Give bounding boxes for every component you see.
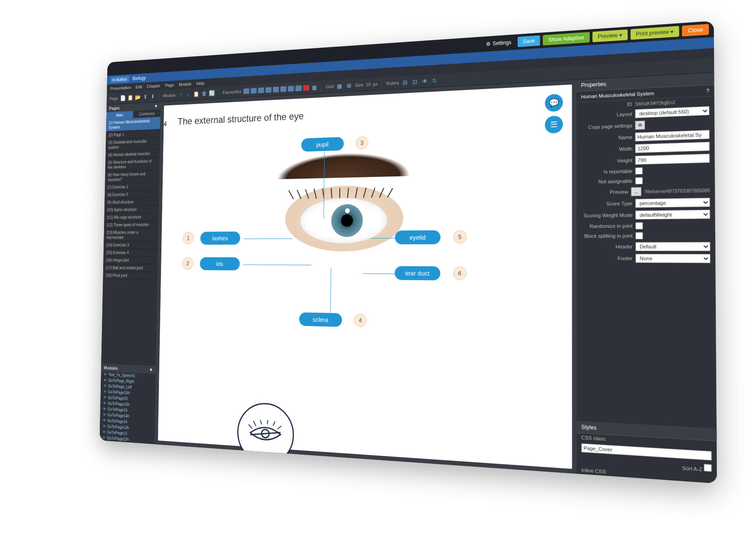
snap-icon[interactable]: ⊞: [345, 82, 352, 89]
label-eyelid[interactable]: eyelid: [395, 230, 441, 244]
save-button[interactable]: Save: [518, 35, 540, 47]
block-split-checkbox[interactable]: [635, 232, 643, 239]
fav-slot-8[interactable]: [295, 85, 302, 91]
tool-module-delete-icon[interactable]: 🗑: [201, 90, 208, 97]
page-item[interactable]: (12) Three types of muscles: [104, 221, 159, 229]
toolbar-page-label: Page: [109, 96, 118, 101]
prop-width-label: Width: [581, 146, 632, 153]
preview-button[interactable]: Preview ▾: [592, 30, 627, 42]
fav-slot-9[interactable]: [303, 85, 309, 90]
num-3[interactable]: 3: [356, 136, 369, 150]
fav-slot-1[interactable]: [243, 88, 249, 94]
fav-slot-5[interactable]: [273, 87, 279, 92]
menu-module[interactable]: Module: [179, 82, 192, 87]
randomize-checkbox[interactable]: [635, 222, 643, 229]
prop-block-split-label: Block splitting in print: [581, 233, 633, 239]
toolbar-grid-label: Grid: [326, 84, 334, 89]
preview-browse-button[interactable]: ...: [631, 187, 642, 196]
ruler-eye-icon[interactable]: 👁: [421, 77, 429, 85]
eye-icon: 👁: [102, 435, 106, 440]
header-select[interactable]: Default: [635, 242, 710, 251]
eye-icon: 👁: [103, 384, 107, 388]
score-type-select[interactable]: percentage: [635, 198, 710, 208]
grid-toggle-icon[interactable]: ▦: [336, 82, 343, 90]
prop-reportable-label: Is reportable: [581, 169, 632, 175]
label-tear-duct[interactable]: tear duct: [394, 266, 440, 280]
sort-checkbox[interactable]: [704, 464, 711, 472]
tool-page-down-icon[interactable]: ⬇: [150, 92, 156, 99]
eye-icon: 👁: [103, 395, 107, 400]
toolbar-module-label: Module: [163, 92, 176, 98]
page-item[interactable]: (17) Ball and socket joint: [103, 264, 158, 272]
page-item[interactable]: (18) Pivot joint: [103, 272, 157, 280]
menu-edit[interactable]: Edit: [136, 85, 142, 90]
settings-button[interactable]: ⚙Settings: [486, 40, 511, 47]
reportable-checkbox[interactable]: [635, 167, 643, 175]
page-item[interactable]: (8) Exercise 2: [104, 190, 159, 199]
prop-copy-label: Copy page settings: [581, 123, 632, 130]
num-5[interactable]: 5: [453, 230, 467, 244]
num-1[interactable]: 1: [183, 232, 194, 244]
copy-settings-button[interactable]: ⧉: [635, 121, 645, 130]
page-item[interactable]: (11) Rib cage structure: [104, 213, 159, 221]
toolbar-size-label: Size: [355, 82, 363, 87]
width-input[interactable]: [635, 142, 709, 153]
gear-icon: ⚙: [486, 41, 491, 47]
tool-module-copy-icon[interactable]: 📋: [193, 90, 200, 97]
page-item[interactable]: (13) Muscles under a microscope: [104, 229, 158, 241]
inline-css-label: Inline CSS:: [581, 467, 607, 474]
scoring-weight-select[interactable]: defaultWeight: [635, 210, 710, 220]
ruler-h-icon[interactable]: ⊟: [402, 78, 409, 86]
tool-page-open-icon[interactable]: 📂: [135, 93, 141, 100]
ruler-v-icon[interactable]: ⊡: [411, 78, 419, 86]
height-input[interactable]: [635, 154, 709, 165]
label-iris[interactable]: iris: [200, 257, 240, 271]
page-item[interactable]: (10) Spine structure: [104, 206, 159, 214]
app-logo: m Author: [110, 76, 129, 83]
page-item[interactable]: (15) Exercise 4: [104, 249, 158, 257]
label-sclera[interactable]: sclera: [299, 312, 342, 327]
label-pupil[interactable]: pupil: [301, 137, 344, 152]
menu-presentation[interactable]: Presentation: [110, 85, 131, 91]
fav-more-icon[interactable]: ▦: [311, 83, 318, 91]
tool-page-new-icon[interactable]: 📄: [120, 94, 126, 101]
tool-page-up-icon[interactable]: ⬆: [142, 93, 149, 100]
prop-footer-label: Footer: [581, 256, 633, 261]
page-item[interactable]: (5) Structure and functions of the skele…: [105, 157, 160, 172]
prop-randomize-label: Randomize in print: [581, 223, 632, 229]
page-item[interactable]: (14) Exercise 3: [104, 241, 158, 249]
page-surface[interactable]: The external structure of the eye 💬 ☰: [158, 85, 572, 469]
page-item[interactable]: (3) Skeletal and muscular system: [106, 137, 160, 152]
redo-icon[interactable]: ↻: [431, 77, 439, 85]
page-item[interactable]: (9) Skull structure: [104, 198, 159, 206]
properties-panel: Properties Human Musculoskeletal System?…: [577, 72, 717, 483]
tool-module-up-icon[interactable]: ↑: [178, 91, 184, 98]
menu-help[interactable]: Help: [196, 81, 204, 86]
close-button[interactable]: Close: [682, 24, 709, 36]
help-icon[interactable]: ?: [706, 88, 709, 93]
prop-height-label: Height: [581, 158, 632, 164]
fav-slot-2[interactable]: [251, 88, 257, 94]
tool-module-down-icon[interactable]: ↓: [185, 90, 191, 97]
main-area: Pages▼ Main Commons (1) Human Musculoske…: [99, 72, 717, 483]
menu-chapter[interactable]: Chapter: [147, 83, 160, 89]
name-input[interactable]: [635, 130, 709, 142]
num-4[interactable]: 4: [354, 313, 367, 327]
label-lashes[interactable]: lashes: [200, 231, 240, 245]
tool-refresh-icon[interactable]: 🔄: [208, 89, 215, 97]
tool-page-copy-icon[interactable]: 📋: [127, 94, 134, 101]
menu-page[interactable]: Page: [165, 82, 174, 87]
show-adaptive-button[interactable]: Show Adaptive: [543, 32, 590, 45]
num-2[interactable]: 2: [182, 257, 194, 270]
print-preview-button[interactable]: Print preview ▾: [630, 26, 679, 40]
layout-select[interactable]: desktop (default 550): [635, 106, 709, 118]
not-assignable-checkbox[interactable]: [635, 177, 643, 185]
footer-select[interactable]: None: [635, 254, 710, 263]
num-6[interactable]: 6: [453, 266, 467, 280]
fav-slot-3[interactable]: [258, 87, 264, 93]
page-item[interactable]: (6) How many bones and muscles?: [105, 170, 159, 184]
page-item[interactable]: (16) Hinge joint: [103, 256, 158, 264]
fav-slot-6[interactable]: [280, 86, 287, 92]
fav-slot-4[interactable]: [265, 87, 271, 93]
fav-slot-7[interactable]: [288, 85, 294, 91]
